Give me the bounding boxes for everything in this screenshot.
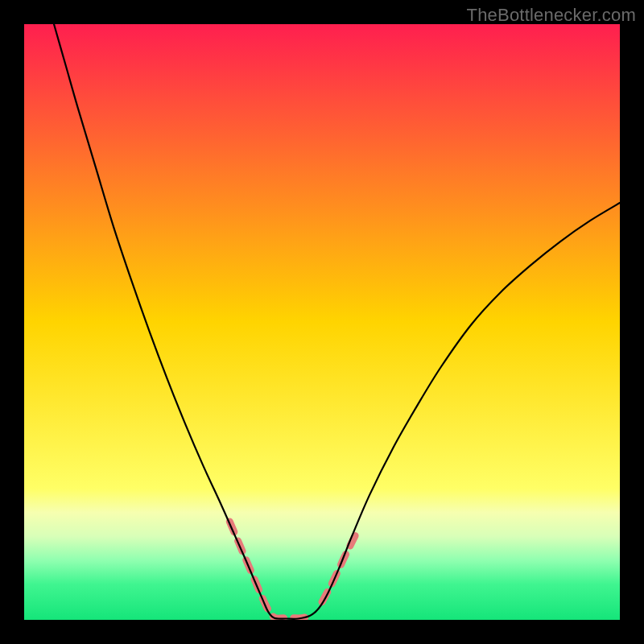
plot-area [24, 24, 620, 620]
chart-svg [24, 24, 620, 620]
chart-frame: TheBottlenecker.com [0, 0, 644, 644]
watermark-text: TheBottlenecker.com [467, 5, 636, 26]
gradient-background [24, 24, 620, 620]
